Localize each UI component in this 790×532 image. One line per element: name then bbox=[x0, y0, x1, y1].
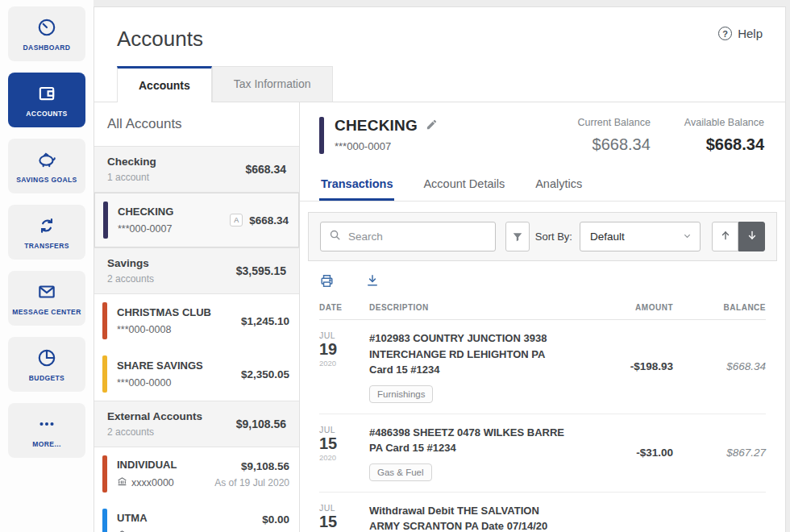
detail-account-number: ***000-0007 bbox=[335, 140, 438, 152]
arrow-down-icon bbox=[746, 230, 758, 243]
account-color-bar bbox=[103, 202, 108, 239]
sort-select[interactable]: Default bbox=[580, 222, 701, 251]
group-name: External Accounts bbox=[107, 410, 202, 422]
group-count: 2 accounts bbox=[107, 273, 154, 285]
sidebar-item-budgets[interactable]: BUDGETS bbox=[8, 337, 85, 392]
download-button[interactable] bbox=[365, 273, 380, 292]
transaction-description: #486398 SHEETZ 0478 WILKES BARRE PA Card… bbox=[369, 425, 568, 456]
filter-button[interactable] bbox=[505, 222, 530, 251]
transactions-table: DATE DESCRIPTION AMOUNT BALANCE JUL 19 2… bbox=[300, 295, 785, 532]
ellipsis-icon bbox=[36, 414, 57, 434]
account-number: ***000-0008 bbox=[117, 324, 241, 335]
accounts-content: All Accounts Checking 1 account $668.34 … bbox=[94, 102, 785, 532]
sidebar-item-label: DASHBOARD bbox=[23, 44, 71, 52]
group-count: 1 account bbox=[107, 172, 156, 183]
sidebar-item-label: ACCOUNTS bbox=[26, 110, 67, 118]
account-group-savings[interactable]: Savings 2 accounts $3,595.15 bbox=[94, 247, 299, 294]
current-balance-value: $668.34 bbox=[578, 135, 651, 154]
column-description: DESCRIPTION bbox=[369, 303, 568, 312]
group-count: 2 accounts bbox=[107, 426, 202, 438]
sidebar-item-label: MESSAGE CENTER bbox=[12, 308, 81, 316]
sidebar: DASHBOARD ACCOUNTS SAVINGS GOALS bbox=[0, 0, 94, 532]
main-header: Accounts ? Help bbox=[94, 7, 785, 52]
sidebar-item-label: SAVINGS GOALS bbox=[16, 176, 77, 184]
available-balance-label: Available Balance bbox=[684, 117, 764, 128]
arrow-up-icon bbox=[720, 230, 731, 243]
transaction-row[interactable]: JUL 19 2020 #102983 COUNTRY JUNCTION 393… bbox=[319, 320, 766, 414]
tab-accounts[interactable]: Accounts bbox=[117, 66, 212, 102]
sidebar-item-label: TRANSFERS bbox=[24, 242, 69, 250]
account-amount: $9,108.56 bbox=[214, 460, 289, 472]
transaction-date: JUL 15 2020 bbox=[319, 503, 361, 532]
sidebar-item-more[interactable]: MORE... bbox=[8, 403, 85, 458]
detail-account-name: CHECKING bbox=[335, 117, 418, 135]
account-item-individual[interactable]: INDIVIDUAL xxxx0000 $9,1 bbox=[94, 447, 299, 501]
group-amount: $9,108.56 bbox=[236, 418, 286, 430]
bank-icon bbox=[117, 476, 127, 489]
column-amount: AMOUNT bbox=[576, 303, 673, 312]
wallet-icon bbox=[36, 83, 57, 104]
account-item-christmas-club[interactable]: CHRISTMAS CLUB ***000-0008 $1,245.10 bbox=[94, 294, 299, 347]
help-button[interactable]: ? Help bbox=[718, 27, 763, 40]
available-balance-value: $668.34 bbox=[684, 135, 764, 154]
search-input[interactable] bbox=[348, 231, 487, 243]
account-color-bar bbox=[102, 509, 107, 532]
tab-analytics[interactable]: Analytics bbox=[534, 170, 584, 201]
transaction-description: #102983 COUNTRY JUNCTION 3938 INTERCHANG… bbox=[369, 330, 568, 378]
group-amount: $668.34 bbox=[245, 163, 286, 176]
print-button[interactable] bbox=[319, 273, 335, 292]
transaction-row[interactable]: JUL 15 2020 Withdrawal Debit THE SALVATI… bbox=[319, 493, 766, 532]
column-balance: BALANCE bbox=[681, 303, 766, 312]
main-card: Accounts ? Help Accounts Tax Information… bbox=[94, 6, 786, 532]
account-color-bar bbox=[102, 455, 107, 493]
sidebar-item-label: MORE... bbox=[32, 440, 60, 448]
current-balance-label: Current Balance bbox=[578, 117, 651, 128]
tx-year: 2020 bbox=[319, 453, 361, 462]
account-detail-panel: CHECKING ***000-0007 bbox=[300, 102, 785, 532]
account-amount: $0.00 bbox=[214, 513, 289, 526]
transaction-amount: -$31.00 bbox=[576, 447, 673, 459]
sort-by-label: Sort By: bbox=[535, 231, 572, 243]
account-group-checking[interactable]: Checking 1 account $668.34 bbox=[94, 147, 299, 193]
category-tag[interactable]: Gas & Fuel bbox=[369, 463, 432, 481]
sort-ascending-button[interactable] bbox=[712, 222, 738, 251]
tx-year: 2020 bbox=[319, 359, 361, 368]
account-item-utma[interactable]: UTMA xxxx0000 $0.00 bbox=[94, 501, 299, 532]
account-color-bar bbox=[319, 117, 324, 154]
tx-month: JUL bbox=[319, 425, 361, 434]
column-date: DATE bbox=[319, 303, 361, 312]
gauge-icon bbox=[36, 17, 57, 38]
sort-descending-button[interactable] bbox=[738, 222, 765, 251]
envelope-icon bbox=[36, 281, 57, 302]
tab-account-details[interactable]: Account Details bbox=[422, 170, 506, 201]
transfer-arrows-icon bbox=[36, 215, 57, 236]
help-icon: ? bbox=[718, 27, 732, 40]
account-name: CHRISTMAS CLUB bbox=[117, 306, 241, 318]
account-item-checking[interactable]: CHECKING ***000-0007 A $668.34 bbox=[94, 193, 299, 247]
account-number-text: xxxx0000 bbox=[131, 477, 174, 488]
account-amount: $2,350.05 bbox=[241, 368, 289, 380]
sidebar-item-dashboard[interactable]: DASHBOARD bbox=[8, 6, 85, 61]
transaction-date: JUL 19 2020 bbox=[319, 330, 361, 403]
detail-header: CHECKING ***000-0007 bbox=[300, 102, 785, 154]
tab-tax-information[interactable]: Tax Information bbox=[212, 66, 333, 102]
account-item-share-savings[interactable]: SHARE SAVINGS ***000-0000 $2,350.05 bbox=[94, 347, 299, 401]
account-group-external[interactable]: External Accounts 2 accounts $9,108.56 bbox=[94, 401, 299, 447]
sort-select-value: Default bbox=[590, 231, 625, 243]
tab-transactions[interactable]: Transactions bbox=[319, 170, 394, 201]
account-list-panel: All Accounts Checking 1 account $668.34 … bbox=[94, 102, 300, 532]
app-window: DASHBOARD ACCOUNTS SAVINGS GOALS bbox=[0, 0, 790, 532]
account-amount: $1,245.10 bbox=[241, 315, 289, 327]
sidebar-item-savings-goals[interactable]: SAVINGS GOALS bbox=[8, 139, 85, 193]
category-tag[interactable]: Furnishings bbox=[369, 385, 433, 403]
export-actions bbox=[300, 261, 785, 295]
tx-day: 15 bbox=[319, 434, 361, 452]
pie-chart-icon bbox=[36, 347, 57, 368]
table-header: DATE DESCRIPTION AMOUNT BALANCE bbox=[319, 295, 766, 320]
sidebar-item-message-center[interactable]: MESSAGE CENTER bbox=[8, 271, 85, 326]
edit-account-name-button[interactable] bbox=[426, 118, 438, 134]
sidebar-item-accounts[interactable]: ACCOUNTS bbox=[8, 73, 85, 127]
sidebar-item-transfers[interactable]: TRANSFERS bbox=[8, 205, 85, 260]
transaction-row[interactable]: JUL 15 2020 #486398 SHEETZ 0478 WILKES B… bbox=[319, 414, 766, 493]
transactions-toolbar: Sort By: Default bbox=[308, 212, 777, 261]
